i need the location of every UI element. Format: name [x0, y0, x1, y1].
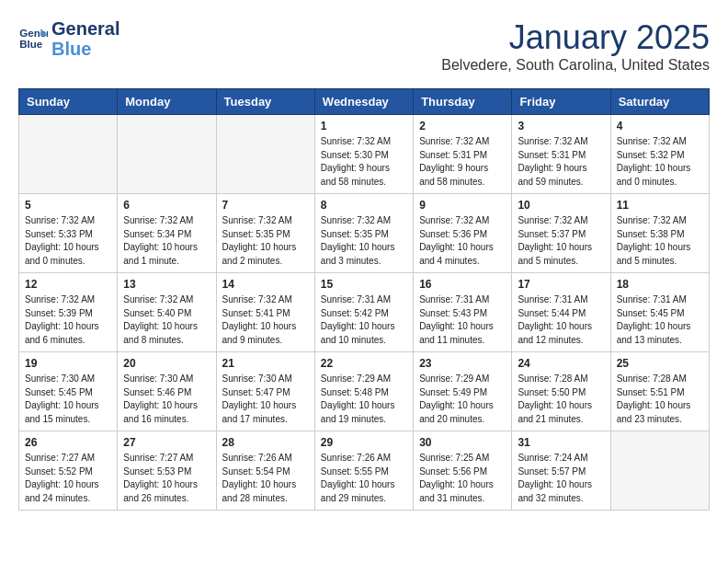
- calendar-cell: 8Sunrise: 7:32 AM Sunset: 5:35 PM Daylig…: [314, 194, 413, 273]
- calendar-cell: 22Sunrise: 7:29 AM Sunset: 5:48 PM Dayli…: [314, 352, 413, 431]
- calendar-cell: 2Sunrise: 7:32 AM Sunset: 5:31 PM Daylig…: [414, 115, 512, 194]
- weekday-header-sunday: Sunday: [19, 89, 118, 115]
- calendar-cell: 20Sunrise: 7:30 AM Sunset: 5:46 PM Dayli…: [118, 352, 216, 431]
- calendar-cell: 27Sunrise: 7:27 AM Sunset: 5:53 PM Dayli…: [118, 431, 216, 511]
- calendar-cell: 24Sunrise: 7:28 AM Sunset: 5:50 PM Dayli…: [512, 352, 610, 431]
- day-number: 26: [25, 436, 111, 449]
- day-info: Sunrise: 7:32 AM Sunset: 5:33 PM Dayligh…: [25, 214, 111, 268]
- day-number: 7: [222, 199, 309, 212]
- calendar-cell: 12Sunrise: 7:32 AM Sunset: 5:39 PM Dayli…: [19, 273, 118, 352]
- day-info: Sunrise: 7:24 AM Sunset: 5:57 PM Dayligh…: [518, 452, 604, 505]
- calendar-cell: 19Sunrise: 7:30 AM Sunset: 5:45 PM Dayli…: [19, 352, 118, 431]
- calendar-cell: 25Sunrise: 7:28 AM Sunset: 5:51 PM Dayli…: [610, 352, 709, 431]
- day-info: Sunrise: 7:32 AM Sunset: 5:41 PM Dayligh…: [222, 293, 309, 347]
- day-number: 24: [518, 357, 604, 370]
- day-info: Sunrise: 7:27 AM Sunset: 5:52 PM Dayligh…: [25, 452, 111, 505]
- day-number: 13: [123, 278, 210, 291]
- week-row-1: 1Sunrise: 7:32 AM Sunset: 5:30 PM Daylig…: [19, 115, 710, 194]
- calendar-cell: 15Sunrise: 7:31 AM Sunset: 5:42 PM Dayli…: [314, 273, 413, 352]
- logo-general: General: [51, 18, 119, 39]
- day-info: Sunrise: 7:25 AM Sunset: 5:56 PM Dayligh…: [419, 452, 506, 505]
- day-number: 18: [617, 278, 703, 291]
- day-info: Sunrise: 7:32 AM Sunset: 5:38 PM Dayligh…: [617, 214, 703, 268]
- day-info: Sunrise: 7:32 AM Sunset: 5:31 PM Dayligh…: [518, 135, 604, 189]
- location: Belvedere, South Carolina, United States: [441, 57, 710, 74]
- day-number: 4: [617, 120, 703, 132]
- calendar-cell: 28Sunrise: 7:26 AM Sunset: 5:54 PM Dayli…: [216, 431, 314, 511]
- weekday-header-saturday: Saturday: [610, 89, 709, 115]
- page-header: General Blue General Blue January 2025 B…: [18, 18, 710, 74]
- day-info: Sunrise: 7:32 AM Sunset: 5:37 PM Dayligh…: [518, 214, 604, 268]
- day-number: 20: [123, 357, 210, 370]
- calendar-cell: 13Sunrise: 7:32 AM Sunset: 5:40 PM Dayli…: [118, 273, 216, 352]
- logo-blue: Blue: [51, 39, 119, 59]
- calendar-cell: 16Sunrise: 7:31 AM Sunset: 5:43 PM Dayli…: [414, 273, 512, 352]
- calendar-cell: 17Sunrise: 7:31 AM Sunset: 5:44 PM Dayli…: [512, 273, 610, 352]
- day-number: 1: [321, 120, 407, 132]
- day-number: 28: [222, 436, 309, 449]
- day-number: 3: [518, 120, 604, 132]
- calendar-cell: [216, 115, 314, 194]
- day-info: Sunrise: 7:32 AM Sunset: 5:30 PM Dayligh…: [321, 135, 407, 189]
- calendar-cell: 31Sunrise: 7:24 AM Sunset: 5:57 PM Dayli…: [512, 431, 610, 511]
- week-row-3: 12Sunrise: 7:32 AM Sunset: 5:39 PM Dayli…: [19, 273, 710, 352]
- day-info: Sunrise: 7:32 AM Sunset: 5:36 PM Dayligh…: [419, 214, 506, 268]
- day-info: Sunrise: 7:29 AM Sunset: 5:48 PM Dayligh…: [321, 373, 407, 426]
- calendar-cell: [610, 431, 709, 511]
- day-info: Sunrise: 7:26 AM Sunset: 5:55 PM Dayligh…: [321, 452, 407, 505]
- day-number: 2: [419, 120, 506, 132]
- calendar-cell: 18Sunrise: 7:31 AM Sunset: 5:45 PM Dayli…: [610, 273, 709, 352]
- calendar-cell: [118, 115, 216, 194]
- calendar-cell: 5Sunrise: 7:32 AM Sunset: 5:33 PM Daylig…: [19, 194, 118, 273]
- calendar-cell: 9Sunrise: 7:32 AM Sunset: 5:36 PM Daylig…: [414, 194, 512, 273]
- day-info: Sunrise: 7:32 AM Sunset: 5:34 PM Dayligh…: [123, 214, 210, 268]
- day-number: 17: [518, 278, 604, 291]
- day-info: Sunrise: 7:28 AM Sunset: 5:51 PM Dayligh…: [617, 373, 703, 426]
- calendar-cell: 1Sunrise: 7:32 AM Sunset: 5:30 PM Daylig…: [314, 115, 413, 194]
- day-info: Sunrise: 7:32 AM Sunset: 5:35 PM Dayligh…: [321, 214, 407, 268]
- day-info: Sunrise: 7:30 AM Sunset: 5:45 PM Dayligh…: [25, 373, 111, 426]
- day-number: 16: [419, 278, 506, 291]
- day-info: Sunrise: 7:31 AM Sunset: 5:43 PM Dayligh…: [419, 293, 506, 347]
- month-title: January 2025: [441, 18, 710, 57]
- day-info: Sunrise: 7:32 AM Sunset: 5:35 PM Dayligh…: [222, 214, 309, 268]
- day-number: 11: [617, 199, 703, 212]
- day-info: Sunrise: 7:30 AM Sunset: 5:46 PM Dayligh…: [123, 373, 210, 426]
- weekday-header-thursday: Thursday: [414, 89, 512, 115]
- day-number: 9: [419, 199, 506, 212]
- calendar-cell: 30Sunrise: 7:25 AM Sunset: 5:56 PM Dayli…: [414, 431, 512, 511]
- day-number: 22: [321, 357, 407, 370]
- day-number: 27: [123, 436, 210, 449]
- calendar-cell: 26Sunrise: 7:27 AM Sunset: 5:52 PM Dayli…: [19, 431, 118, 511]
- day-number: 6: [123, 199, 210, 212]
- calendar-cell: 10Sunrise: 7:32 AM Sunset: 5:37 PM Dayli…: [512, 194, 610, 273]
- day-number: 8: [321, 199, 407, 212]
- calendar-cell: 11Sunrise: 7:32 AM Sunset: 5:38 PM Dayli…: [610, 194, 709, 273]
- weekday-header-wednesday: Wednesday: [314, 89, 413, 115]
- logo: General Blue General Blue: [18, 18, 119, 59]
- calendar-cell: 4Sunrise: 7:32 AM Sunset: 5:32 PM Daylig…: [610, 115, 709, 194]
- svg-text:Blue: Blue: [19, 39, 43, 50]
- day-number: 29: [321, 436, 407, 449]
- weekday-header-friday: Friday: [512, 89, 610, 115]
- calendar-cell: 21Sunrise: 7:30 AM Sunset: 5:47 PM Dayli…: [216, 352, 314, 431]
- calendar-cell: 29Sunrise: 7:26 AM Sunset: 5:55 PM Dayli…: [314, 431, 413, 511]
- day-number: 31: [518, 436, 604, 449]
- calendar-cell: [19, 115, 118, 194]
- weekday-header-row: SundayMondayTuesdayWednesdayThursdayFrid…: [19, 89, 710, 115]
- day-info: Sunrise: 7:32 AM Sunset: 5:39 PM Dayligh…: [25, 293, 111, 347]
- calendar-cell: 7Sunrise: 7:32 AM Sunset: 5:35 PM Daylig…: [216, 194, 314, 273]
- day-info: Sunrise: 7:32 AM Sunset: 5:32 PM Dayligh…: [617, 135, 703, 189]
- day-info: Sunrise: 7:31 AM Sunset: 5:45 PM Dayligh…: [617, 293, 703, 347]
- day-info: Sunrise: 7:30 AM Sunset: 5:47 PM Dayligh…: [222, 373, 309, 426]
- weekday-header-monday: Monday: [118, 89, 216, 115]
- week-row-5: 26Sunrise: 7:27 AM Sunset: 5:52 PM Dayli…: [19, 431, 710, 511]
- day-number: 21: [222, 357, 309, 370]
- week-row-4: 19Sunrise: 7:30 AM Sunset: 5:45 PM Dayli…: [19, 352, 710, 431]
- day-info: Sunrise: 7:29 AM Sunset: 5:49 PM Dayligh…: [419, 373, 506, 426]
- day-info: Sunrise: 7:28 AM Sunset: 5:50 PM Dayligh…: [518, 373, 604, 426]
- calendar-cell: 6Sunrise: 7:32 AM Sunset: 5:34 PM Daylig…: [118, 194, 216, 273]
- day-number: 25: [617, 357, 703, 370]
- calendar-table: SundayMondayTuesdayWednesdayThursdayFrid…: [18, 88, 710, 511]
- day-number: 12: [25, 278, 111, 291]
